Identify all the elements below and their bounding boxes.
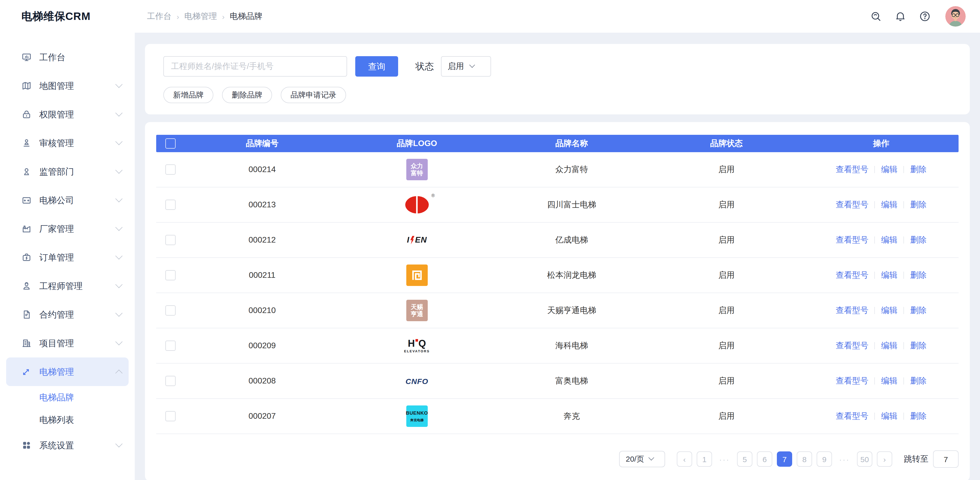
page-button-1[interactable]: 1	[697, 451, 712, 467]
page-button-7[interactable]: 7	[777, 451, 792, 467]
chevron-down-icon	[115, 224, 123, 231]
row-checkbox-cell	[156, 305, 185, 316]
sidebar-item-label: 厂家管理	[39, 223, 74, 234]
breadcrumb-item[interactable]: 电梯管理	[184, 11, 217, 22]
nav-prev-button[interactable]: ‹	[677, 451, 692, 467]
sidebar-item-workbench[interactable]: 工作台	[6, 43, 129, 72]
action-link-view-models[interactable]: 查看型号	[836, 411, 869, 421]
status-select[interactable]: 启用	[441, 56, 491, 77]
brand-status-cell: 启用	[649, 234, 803, 246]
row-checkbox-cell	[156, 376, 185, 386]
page-size-select[interactable]: 20/页	[619, 451, 665, 467]
sidebar-item-order[interactable]: 订单管理	[6, 243, 129, 272]
action-link-view-models[interactable]: 查看型号	[836, 199, 869, 210]
company-icon	[21, 195, 32, 205]
action-link-delete[interactable]: 删除	[910, 376, 927, 386]
chevron-down-icon	[115, 195, 123, 202]
row-checkbox-cell	[156, 270, 185, 280]
action-link-delete[interactable]: 删除	[910, 340, 927, 351]
content-area: 查询 状态 启用 新增品牌删除品牌品牌申请记录 品牌编号品牌LOGO品牌名称品牌…	[135, 33, 980, 480]
action-divider	[904, 377, 904, 384]
action-link-edit[interactable]: 编辑	[881, 234, 897, 246]
action-link-edit[interactable]: 编辑	[881, 199, 897, 210]
table-row: 000209HQELEVATORS海科电梯启用查看型号编辑删除	[156, 329, 959, 364]
sidebar-subitem-elevator-list[interactable]: 电梯列表	[6, 408, 129, 431]
toolbar-button[interactable]: 品牌申请记录	[281, 87, 346, 103]
page-ellipsis: ···	[717, 451, 732, 467]
search-icon[interactable]	[870, 10, 882, 22]
row-checkbox[interactable]	[165, 270, 176, 280]
action-link-edit[interactable]: 编辑	[881, 411, 897, 421]
brand-logo: IEN	[407, 235, 427, 245]
page-button-5[interactable]: 5	[737, 451, 752, 467]
page-button-6[interactable]: 6	[757, 451, 772, 467]
action-link-delete[interactable]: 删除	[910, 164, 927, 175]
action-link-edit[interactable]: 编辑	[881, 270, 897, 281]
filter-card: 查询 状态 启用 新增品牌删除品牌品牌申请记录	[145, 44, 970, 114]
sidebar-item-map[interactable]: 地图管理	[6, 72, 129, 100]
notification-bell-icon[interactable]	[894, 10, 907, 22]
row-checkbox[interactable]	[165, 164, 176, 175]
action-link-edit[interactable]: 编辑	[881, 305, 897, 316]
action-link-delete[interactable]: 删除	[910, 270, 927, 281]
action-link-delete[interactable]: 删除	[910, 411, 927, 421]
action-link-view-models[interactable]: 查看型号	[836, 234, 869, 246]
brand-id-cell: 000213	[185, 200, 339, 209]
page-button-8[interactable]: 8	[797, 451, 812, 467]
row-checkbox[interactable]	[165, 376, 176, 386]
row-checkbox[interactable]	[165, 341, 176, 351]
row-checkbox[interactable]	[165, 200, 176, 210]
chevron-down-icon	[115, 338, 123, 345]
table-row: 000214众力富特众力富特启用查看型号编辑删除	[156, 152, 959, 187]
select-all-checkbox[interactable]	[165, 139, 176, 148]
toolbar-button[interactable]: 新增品牌	[163, 87, 213, 103]
table-row: 000208CNFO富奥电梯启用查看型号编辑删除	[156, 364, 959, 399]
page-button-50[interactable]: 50	[857, 451, 872, 467]
action-link-view-models[interactable]: 查看型号	[836, 270, 869, 281]
keyword-input[interactable]	[163, 56, 347, 77]
help-icon[interactable]	[919, 10, 931, 22]
nav-next-button[interactable]: ›	[877, 451, 892, 467]
action-link-edit[interactable]: 编辑	[881, 376, 897, 386]
brand-logo: BUENKO奔克电梯	[406, 405, 428, 427]
chevron-down-icon	[115, 81, 123, 88]
action-divider	[875, 307, 875, 314]
action-divider	[875, 236, 875, 244]
jump-to-input[interactable]	[933, 450, 959, 468]
sidebar-item-company[interactable]: 电梯公司	[6, 186, 129, 214]
sidebar-item-settings[interactable]: 系统设置	[6, 431, 129, 459]
lightning-icon	[410, 236, 414, 244]
action-link-delete[interactable]: 删除	[910, 234, 927, 246]
row-checkbox[interactable]	[165, 235, 176, 245]
row-checkbox[interactable]	[165, 411, 176, 421]
action-link-delete[interactable]: 删除	[910, 305, 927, 316]
row-actions-cell: 查看型号编辑删除	[804, 340, 959, 351]
sidebar-item-project[interactable]: 项目管理	[6, 329, 129, 357]
action-link-edit[interactable]: 编辑	[881, 340, 897, 351]
sidebar-item-factory[interactable]: 厂家管理	[6, 214, 129, 243]
page-button-9[interactable]: 9	[817, 451, 832, 467]
sidebar-item-engineer[interactable]: 工程师管理	[6, 272, 129, 300]
toolbar-button[interactable]: 删除品牌	[222, 87, 272, 103]
action-link-edit[interactable]: 编辑	[881, 164, 897, 175]
sidebar-item-audit[interactable]: 审核管理	[6, 129, 129, 157]
sidebar-item-elevator[interactable]: 电梯管理	[6, 357, 129, 386]
action-link-view-models[interactable]: 查看型号	[836, 164, 869, 175]
sidebar-item-contract[interactable]: 合约管理	[6, 300, 129, 329]
sidebar-item-permission[interactable]: 权限管理	[6, 100, 129, 129]
brand-logo-cell: CNFO	[339, 376, 494, 385]
breadcrumb-item[interactable]: 工作台	[147, 11, 172, 22]
action-link-view-models[interactable]: 查看型号	[836, 340, 869, 351]
sidebar-subitem-elevator-brand[interactable]: 电梯品牌	[6, 386, 129, 408]
search-button[interactable]: 查询	[355, 56, 398, 77]
topbar: 工作台›电梯管理›电梯品牌	[135, 0, 980, 33]
chevron-down-icon	[115, 252, 123, 259]
avatar[interactable]	[945, 6, 966, 27]
sidebar-item-regulator[interactable]: 监管部门	[6, 157, 129, 186]
action-divider	[904, 342, 904, 349]
action-link-delete[interactable]: 删除	[910, 199, 927, 210]
row-checkbox[interactable]	[165, 305, 176, 316]
action-link-view-models[interactable]: 查看型号	[836, 376, 869, 386]
brand-name-cell: 奔克	[494, 411, 649, 421]
action-link-view-models[interactable]: 查看型号	[836, 305, 869, 316]
